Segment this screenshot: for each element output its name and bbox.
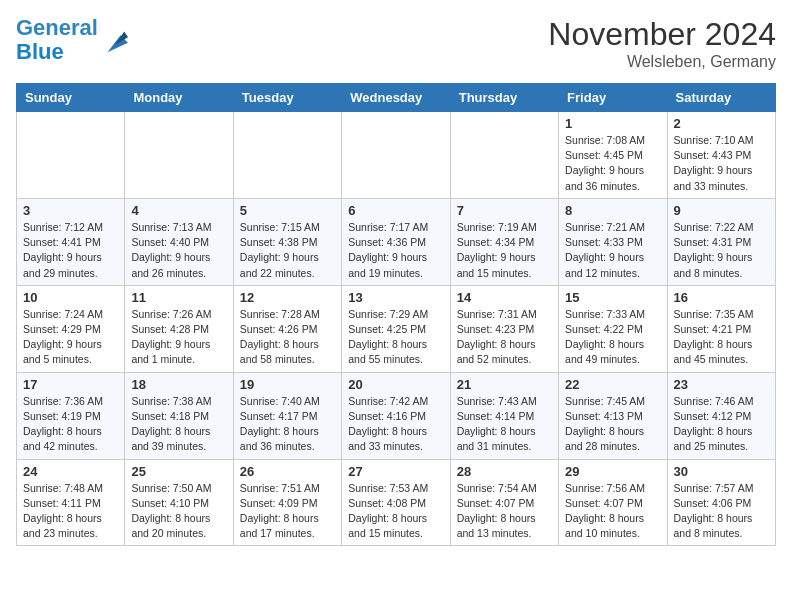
day-info: Sunrise: 7:19 AM Sunset: 4:34 PM Dayligh… <box>457 220 552 281</box>
calendar-cell: 2Sunrise: 7:10 AM Sunset: 4:43 PM Daylig… <box>667 112 775 199</box>
title-area: November 2024 Welsleben, Germany <box>548 16 776 71</box>
day-info: Sunrise: 7:45 AM Sunset: 4:13 PM Dayligh… <box>565 394 660 455</box>
day-info: Sunrise: 7:57 AM Sunset: 4:06 PM Dayligh… <box>674 481 769 542</box>
day-number: 27 <box>348 464 443 479</box>
calendar-cell: 19Sunrise: 7:40 AM Sunset: 4:17 PM Dayli… <box>233 372 341 459</box>
calendar-cell <box>342 112 450 199</box>
logo-general: General <box>16 15 98 40</box>
calendar-week-row: 24Sunrise: 7:48 AM Sunset: 4:11 PM Dayli… <box>17 459 776 546</box>
calendar-cell: 23Sunrise: 7:46 AM Sunset: 4:12 PM Dayli… <box>667 372 775 459</box>
day-number: 24 <box>23 464 118 479</box>
calendar-cell: 16Sunrise: 7:35 AM Sunset: 4:21 PM Dayli… <box>667 285 775 372</box>
calendar-cell: 11Sunrise: 7:26 AM Sunset: 4:28 PM Dayli… <box>125 285 233 372</box>
col-header-thursday: Thursday <box>450 84 558 112</box>
calendar-cell: 24Sunrise: 7:48 AM Sunset: 4:11 PM Dayli… <box>17 459 125 546</box>
day-info: Sunrise: 7:48 AM Sunset: 4:11 PM Dayligh… <box>23 481 118 542</box>
calendar-cell: 13Sunrise: 7:29 AM Sunset: 4:25 PM Dayli… <box>342 285 450 372</box>
calendar-cell: 21Sunrise: 7:43 AM Sunset: 4:14 PM Dayli… <box>450 372 558 459</box>
calendar-cell: 3Sunrise: 7:12 AM Sunset: 4:41 PM Daylig… <box>17 198 125 285</box>
month-title: November 2024 <box>548 16 776 53</box>
calendar-cell: 14Sunrise: 7:31 AM Sunset: 4:23 PM Dayli… <box>450 285 558 372</box>
day-number: 19 <box>240 377 335 392</box>
calendar-cell: 5Sunrise: 7:15 AM Sunset: 4:38 PM Daylig… <box>233 198 341 285</box>
day-number: 11 <box>131 290 226 305</box>
col-header-wednesday: Wednesday <box>342 84 450 112</box>
day-info: Sunrise: 7:46 AM Sunset: 4:12 PM Dayligh… <box>674 394 769 455</box>
day-info: Sunrise: 7:29 AM Sunset: 4:25 PM Dayligh… <box>348 307 443 368</box>
calendar-cell <box>450 112 558 199</box>
day-number: 22 <box>565 377 660 392</box>
day-number: 7 <box>457 203 552 218</box>
calendar-week-row: 1Sunrise: 7:08 AM Sunset: 4:45 PM Daylig… <box>17 112 776 199</box>
calendar-cell: 25Sunrise: 7:50 AM Sunset: 4:10 PM Dayli… <box>125 459 233 546</box>
calendar-cell: 10Sunrise: 7:24 AM Sunset: 4:29 PM Dayli… <box>17 285 125 372</box>
day-number: 17 <box>23 377 118 392</box>
day-info: Sunrise: 7:17 AM Sunset: 4:36 PM Dayligh… <box>348 220 443 281</box>
col-header-saturday: Saturday <box>667 84 775 112</box>
calendar-cell: 17Sunrise: 7:36 AM Sunset: 4:19 PM Dayli… <box>17 372 125 459</box>
calendar-cell: 28Sunrise: 7:54 AM Sunset: 4:07 PM Dayli… <box>450 459 558 546</box>
day-info: Sunrise: 7:54 AM Sunset: 4:07 PM Dayligh… <box>457 481 552 542</box>
day-number: 3 <box>23 203 118 218</box>
day-info: Sunrise: 7:26 AM Sunset: 4:28 PM Dayligh… <box>131 307 226 368</box>
logo: General Blue <box>16 16 128 64</box>
day-number: 16 <box>674 290 769 305</box>
day-info: Sunrise: 7:28 AM Sunset: 4:26 PM Dayligh… <box>240 307 335 368</box>
location: Welsleben, Germany <box>548 53 776 71</box>
day-info: Sunrise: 7:12 AM Sunset: 4:41 PM Dayligh… <box>23 220 118 281</box>
day-number: 9 <box>674 203 769 218</box>
calendar-cell: 26Sunrise: 7:51 AM Sunset: 4:09 PM Dayli… <box>233 459 341 546</box>
day-number: 13 <box>348 290 443 305</box>
calendar-cell <box>17 112 125 199</box>
col-header-friday: Friday <box>559 84 667 112</box>
day-info: Sunrise: 7:13 AM Sunset: 4:40 PM Dayligh… <box>131 220 226 281</box>
calendar-cell: 1Sunrise: 7:08 AM Sunset: 4:45 PM Daylig… <box>559 112 667 199</box>
day-info: Sunrise: 7:51 AM Sunset: 4:09 PM Dayligh… <box>240 481 335 542</box>
day-info: Sunrise: 7:38 AM Sunset: 4:18 PM Dayligh… <box>131 394 226 455</box>
day-number: 25 <box>131 464 226 479</box>
day-number: 12 <box>240 290 335 305</box>
day-info: Sunrise: 7:56 AM Sunset: 4:07 PM Dayligh… <box>565 481 660 542</box>
day-number: 21 <box>457 377 552 392</box>
calendar-table: SundayMondayTuesdayWednesdayThursdayFrid… <box>16 83 776 546</box>
logo-blue: Blue <box>16 39 64 64</box>
calendar-cell <box>125 112 233 199</box>
day-info: Sunrise: 7:36 AM Sunset: 4:19 PM Dayligh… <box>23 394 118 455</box>
day-number: 20 <box>348 377 443 392</box>
day-number: 8 <box>565 203 660 218</box>
calendar-cell: 6Sunrise: 7:17 AM Sunset: 4:36 PM Daylig… <box>342 198 450 285</box>
day-info: Sunrise: 7:08 AM Sunset: 4:45 PM Dayligh… <box>565 133 660 194</box>
day-info: Sunrise: 7:10 AM Sunset: 4:43 PM Dayligh… <box>674 133 769 194</box>
day-info: Sunrise: 7:24 AM Sunset: 4:29 PM Dayligh… <box>23 307 118 368</box>
calendar-cell: 22Sunrise: 7:45 AM Sunset: 4:13 PM Dayli… <box>559 372 667 459</box>
day-info: Sunrise: 7:31 AM Sunset: 4:23 PM Dayligh… <box>457 307 552 368</box>
day-number: 29 <box>565 464 660 479</box>
calendar-cell: 9Sunrise: 7:22 AM Sunset: 4:31 PM Daylig… <box>667 198 775 285</box>
calendar-cell: 30Sunrise: 7:57 AM Sunset: 4:06 PM Dayli… <box>667 459 775 546</box>
calendar-cell: 27Sunrise: 7:53 AM Sunset: 4:08 PM Dayli… <box>342 459 450 546</box>
calendar-cell: 7Sunrise: 7:19 AM Sunset: 4:34 PM Daylig… <box>450 198 558 285</box>
calendar-week-row: 10Sunrise: 7:24 AM Sunset: 4:29 PM Dayli… <box>17 285 776 372</box>
calendar-week-row: 3Sunrise: 7:12 AM Sunset: 4:41 PM Daylig… <box>17 198 776 285</box>
col-header-monday: Monday <box>125 84 233 112</box>
day-number: 10 <box>23 290 118 305</box>
calendar-cell: 4Sunrise: 7:13 AM Sunset: 4:40 PM Daylig… <box>125 198 233 285</box>
day-info: Sunrise: 7:50 AM Sunset: 4:10 PM Dayligh… <box>131 481 226 542</box>
col-header-tuesday: Tuesday <box>233 84 341 112</box>
calendar-header-row: SundayMondayTuesdayWednesdayThursdayFrid… <box>17 84 776 112</box>
page-header: General Blue November 2024 Welsleben, Ge… <box>16 16 776 71</box>
day-number: 6 <box>348 203 443 218</box>
day-number: 1 <box>565 116 660 131</box>
day-info: Sunrise: 7:21 AM Sunset: 4:33 PM Dayligh… <box>565 220 660 281</box>
day-number: 14 <box>457 290 552 305</box>
day-number: 4 <box>131 203 226 218</box>
calendar-cell <box>233 112 341 199</box>
day-info: Sunrise: 7:42 AM Sunset: 4:16 PM Dayligh… <box>348 394 443 455</box>
col-header-sunday: Sunday <box>17 84 125 112</box>
calendar-cell: 12Sunrise: 7:28 AM Sunset: 4:26 PM Dayli… <box>233 285 341 372</box>
logo-icon <box>100 26 128 54</box>
day-info: Sunrise: 7:22 AM Sunset: 4:31 PM Dayligh… <box>674 220 769 281</box>
calendar-cell: 15Sunrise: 7:33 AM Sunset: 4:22 PM Dayli… <box>559 285 667 372</box>
day-number: 23 <box>674 377 769 392</box>
calendar-cell: 29Sunrise: 7:56 AM Sunset: 4:07 PM Dayli… <box>559 459 667 546</box>
